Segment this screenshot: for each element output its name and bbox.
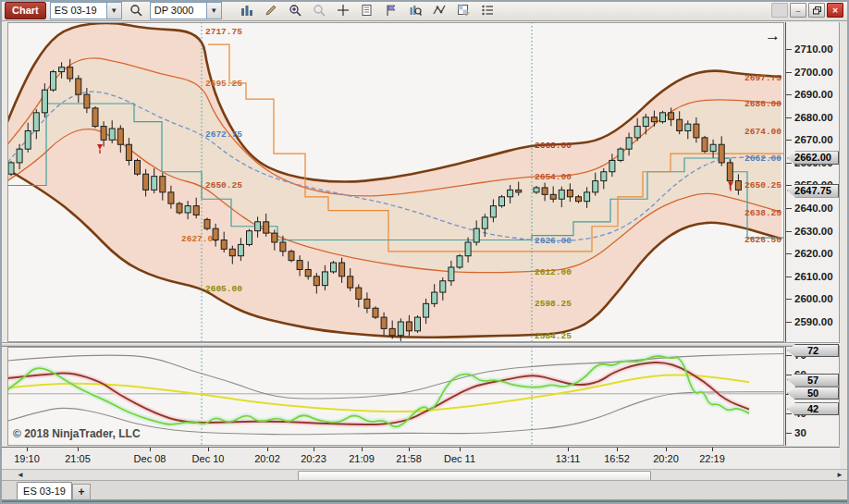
chart-analyzer-button[interactable] (405, 1, 425, 20)
time-axis-label: Dec 08 (134, 453, 166, 464)
indicators-icon (433, 4, 446, 17)
candle (508, 190, 513, 196)
candle (221, 240, 227, 249)
price-axis-label: 2610.00 (794, 271, 833, 282)
candle (348, 277, 353, 288)
time-tick-mark (208, 448, 209, 451)
flag-icon (385, 4, 398, 17)
scroll-left-icon[interactable]: ◄ (17, 472, 24, 479)
pin-button[interactable] (771, 3, 788, 18)
indicators-button[interactable] (429, 1, 449, 20)
candle (474, 228, 479, 242)
properties-icon (481, 4, 494, 17)
crosshair-button[interactable] (333, 1, 353, 20)
strategies-button[interactable] (453, 1, 474, 20)
candle (117, 129, 123, 144)
candle (567, 190, 572, 196)
candle (550, 194, 556, 199)
candle (482, 217, 487, 228)
band-value-label: 2650.25 (744, 180, 781, 191)
candle (542, 188, 548, 194)
candle (702, 138, 708, 152)
time-tick-mark (568, 448, 569, 451)
price-axis-label: 2680.00 (794, 112, 833, 123)
candle (168, 192, 174, 203)
candle (415, 317, 421, 331)
close-button[interactable]: ✕ (827, 3, 843, 18)
strategies-icon (457, 4, 470, 17)
price-axis-label: 2710.00 (794, 43, 833, 55)
tab-bar: ES 03-19 + (2, 480, 847, 499)
candle (42, 90, 47, 113)
time-tick-mark (27, 448, 28, 451)
candle (457, 256, 462, 267)
minimize-button[interactable]: – (790, 3, 806, 18)
zoom-out-button[interactable] (309, 1, 329, 20)
candle (264, 222, 269, 233)
instrument-search-button[interactable] (126, 1, 146, 20)
candle (59, 68, 65, 72)
candle (185, 206, 191, 213)
data-box-icon (361, 4, 374, 17)
candle (143, 174, 149, 190)
zoom-in-button[interactable] (285, 1, 305, 20)
period-selector[interactable]: DP 3000 ▼ (150, 2, 222, 19)
scroll-right-icon[interactable]: ► (836, 472, 843, 479)
candle (626, 138, 632, 149)
time-tick-mark (150, 448, 151, 451)
price-marker-tag: 2647.75 (787, 184, 839, 198)
axis-tick-mark (786, 433, 792, 434)
drawing-tools-button[interactable] (261, 1, 281, 20)
properties-button[interactable] (477, 1, 498, 20)
zoom-in-icon (289, 4, 301, 17)
candle (465, 242, 471, 256)
candle (33, 113, 39, 131)
candle (8, 163, 14, 174)
pencil-icon (265, 4, 277, 17)
candle (710, 144, 716, 151)
candle (101, 127, 106, 141)
price-axis-label: 2690.00 (794, 89, 833, 100)
price-axis[interactable]: 2710.002700.002690.002680.002670.002660.… (785, 22, 840, 342)
chart-style-button[interactable] (237, 1, 257, 20)
time-tick-mark (666, 448, 667, 451)
candle (17, 149, 22, 163)
candle (727, 163, 732, 181)
band-value-label: 2717.75 (205, 27, 242, 37)
time-tick-mark (314, 448, 314, 451)
axis-tick-mark (786, 277, 792, 277)
candle (289, 252, 294, 261)
candle (356, 288, 362, 299)
window-bottom-edge (2, 499, 847, 502)
axis-tick-mark (786, 94, 792, 95)
axis-tick-mark (786, 413, 792, 414)
chevron-down-icon[interactable]: ▼ (206, 3, 221, 18)
horizontal-scrollbar[interactable]: ◄ ► (2, 469, 847, 480)
price-axis-label: 2700.00 (794, 67, 833, 78)
candle (229, 249, 235, 255)
time-axis[interactable]: 19:1021:05Dec 08Dec 1020:0220:2321:0921:… (2, 447, 840, 469)
candle (660, 113, 666, 122)
time-axis-label: 21:05 (65, 453, 91, 464)
axis-tick-mark (786, 375, 792, 375)
indicator-axis[interactable]: 706050403072575042 (785, 347, 840, 446)
chart-menu-button[interactable]: Chart (5, 2, 46, 19)
candle (152, 177, 157, 191)
candle (84, 94, 90, 108)
tab-es-03-19[interactable]: ES 03-19 (17, 482, 72, 500)
restore-button[interactable] (808, 3, 825, 18)
candle (364, 299, 370, 308)
data-box-button[interactable] (357, 1, 377, 20)
time-tick-mark (267, 448, 268, 451)
candle (297, 261, 302, 270)
main-chart-plot[interactable]: 2717.752695.252672.752650.252627.002605.… (7, 22, 784, 342)
indicator-marker-tag: 57 (787, 374, 839, 387)
candle (76, 79, 81, 94)
chevron-down-icon[interactable]: ▼ (106, 3, 121, 18)
instrument-selector[interactable]: ES 03-19 ▼ (50, 2, 122, 19)
time-axis-label: 20:23 (301, 453, 326, 464)
window-right-edge (840, 22, 847, 469)
candle (643, 117, 648, 127)
flag-button[interactable] (381, 1, 401, 20)
axis-tick-mark (786, 49, 792, 50)
